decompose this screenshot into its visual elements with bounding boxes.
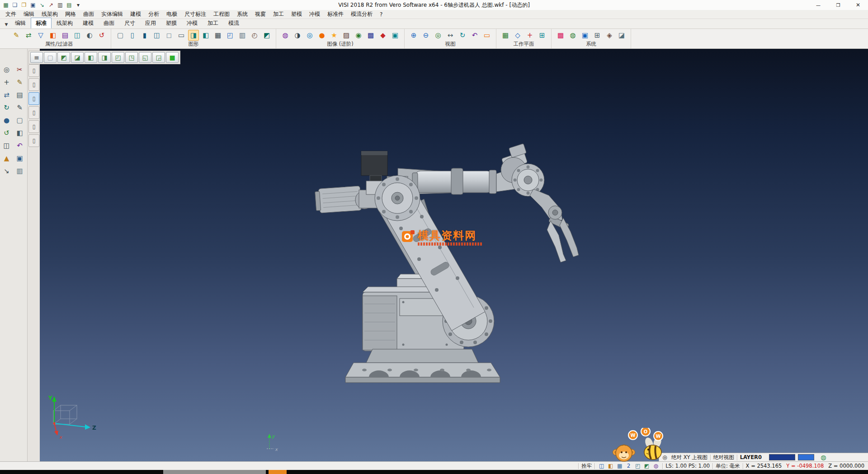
edit-tool-icon[interactable]: ✎	[14, 102, 25, 113]
background-icon[interactable]: ▨	[341, 30, 352, 41]
active-layer-indicator[interactable]: LAYER0	[740, 454, 762, 460]
units-indicator[interactable]: 单位: 毫米	[716, 463, 740, 469]
menu-item[interactable]: 电极	[163, 10, 181, 18]
snap-grid-icon[interactable]: ⊞	[592, 30, 603, 41]
menu-item[interactable]: 网格	[61, 10, 80, 18]
rotate-view-icon[interactable]: ↻	[457, 30, 468, 41]
zoom-out-icon[interactable]: ⊖	[420, 30, 431, 41]
texture-view-icon[interactable]: ▦	[212, 30, 223, 41]
app-logo-icon[interactable]: ▦	[2, 1, 10, 9]
open-file-icon[interactable]: ❐	[20, 1, 28, 9]
globe-icon[interactable]: ◍	[820, 454, 827, 461]
maximize-button[interactable]: ❐	[828, 0, 848, 10]
export-tool-icon[interactable]: ↘	[1, 166, 12, 176]
view-shaded-button[interactable]: ■	[166, 52, 179, 63]
menu-item[interactable]: 工程图	[210, 10, 233, 18]
plot-icon[interactable]: ▤	[65, 1, 73, 9]
menu-item[interactable]: 标准件	[324, 10, 347, 18]
snapshot-icon[interactable]: ▣	[390, 30, 401, 41]
curvature-icon[interactable]: ◉	[353, 30, 364, 41]
close-button[interactable]: ✕	[848, 0, 868, 10]
wireframe-cylinder-icon[interactable]: ▯	[127, 30, 138, 41]
quick-access-dropdown-icon[interactable]: ▾	[74, 1, 82, 9]
move-tool-icon[interactable]: ⇄	[1, 90, 12, 100]
scale-indicator[interactable]: LS: 1.00 PS: 1.00	[665, 463, 710, 469]
hidden-line-icon[interactable]: ◫	[151, 30, 162, 41]
menu-item[interactable]: 文件	[2, 10, 20, 18]
transparent-view-icon[interactable]: ▥	[237, 30, 248, 41]
menu-item[interactable]: 实体编辑	[98, 10, 127, 18]
shaded-cylinder-icon[interactable]: ▮	[139, 30, 150, 41]
layer-color-swatch-primary[interactable]	[769, 454, 795, 460]
view-search-icon[interactable]: ◎	[661, 454, 669, 461]
viewport-3d[interactable]	[40, 49, 868, 461]
blank-view-icon[interactable]: ▢	[115, 30, 126, 41]
sphere-tool-icon[interactable]: ●	[1, 115, 12, 126]
menu-item[interactable]: 曲面	[80, 10, 98, 18]
view-blank-button[interactable]: ▢	[44, 52, 57, 63]
reset-filter-icon[interactable]: ↺	[96, 30, 107, 41]
taskbar-app-segment[interactable]	[163, 470, 266, 474]
delete-tool-icon[interactable]: ✂	[14, 64, 25, 75]
color-palette-icon[interactable]: ▩	[555, 30, 566, 41]
calculator-icon[interactable]: ◈	[604, 30, 615, 41]
menu-item[interactable]: 尺寸标注	[181, 10, 210, 18]
draft-analysis-icon[interactable]: ◆	[377, 30, 388, 41]
ghost-view-icon[interactable]: ◻	[164, 30, 175, 41]
print-tool-icon[interactable]: ▥	[14, 166, 25, 176]
tab-overflow-dropdown-icon[interactable]: ▼	[3, 22, 10, 28]
flag-tool-icon[interactable]: ▲	[1, 153, 12, 164]
save-icon[interactable]: ▣	[29, 1, 37, 9]
zoom-fit-icon[interactable]: ◎	[433, 30, 443, 41]
render-mode-icon[interactable]: ◍	[652, 463, 660, 469]
view-back-button[interactable]: ◱	[139, 52, 151, 63]
clip-toggle-6[interactable]: ▯	[28, 134, 39, 147]
zebra-icon[interactable]: ▩	[365, 30, 376, 41]
system-globe-icon[interactable]: ◍	[567, 30, 578, 41]
menu-item[interactable]: 模流分析	[347, 10, 376, 18]
import-icon[interactable]: ↘	[38, 1, 46, 9]
menu-item[interactable]: 线架构	[38, 10, 61, 18]
ribbon-tab[interactable]: 冲模	[182, 18, 203, 28]
page-setup-icon[interactable]: ◪	[616, 30, 627, 41]
view-top-button[interactable]: ◧	[85, 52, 97, 63]
solid-mode-icon[interactable]: ◩	[643, 463, 651, 469]
taskbar-highlight-segment[interactable]	[269, 470, 287, 474]
color-filter-icon[interactable]: ◧	[47, 30, 58, 41]
view-left-button[interactable]: ◳	[125, 52, 138, 63]
light-icon[interactable]: ★	[329, 30, 340, 41]
ribbon-tab[interactable]: 加工	[203, 18, 223, 28]
view-iso-sw-button[interactable]: ◪	[71, 52, 84, 63]
layer-count-badge[interactable]: 2	[625, 463, 632, 469]
view-list-button[interactable]: ≡	[30, 52, 43, 63]
outline-view-icon[interactable]: ▭	[176, 30, 187, 41]
render-quality-icon[interactable]: ◍	[280, 30, 291, 41]
lock-display-icon[interactable]: ◫	[598, 463, 605, 469]
element-filter-icon[interactable]: ◫	[72, 30, 83, 41]
menu-item[interactable]: 分析	[145, 10, 163, 18]
ribbon-tab[interactable]: 曲面	[99, 18, 119, 28]
clip-toggle-4[interactable]: ▯	[28, 106, 39, 119]
view-right-button[interactable]: ◰	[112, 52, 124, 63]
rotate-tool-icon[interactable]: ↻	[1, 102, 12, 113]
clip-toggle-5[interactable]: ▯	[28, 120, 39, 133]
ribbon-tab[interactable]: 模流	[223, 18, 244, 28]
clip-toggle-1[interactable]: ▯	[28, 64, 39, 77]
visibility-filter-icon[interactable]: ◐	[84, 30, 95, 41]
ribbon-tab[interactable]: 建模	[78, 18, 99, 28]
window-zoom-icon[interactable]: ▭	[481, 30, 492, 41]
shadow-icon[interactable]: ◑	[292, 30, 303, 41]
view-iso-se-button[interactable]: ◩	[57, 52, 70, 63]
analysis-view-icon[interactable]: ◴	[249, 30, 260, 41]
compare-view-icon[interactable]: ◩	[261, 30, 272, 41]
ribbon-tab[interactable]: 标准	[31, 18, 52, 28]
pan-icon[interactable]: ↔	[445, 30, 456, 41]
menu-item[interactable]: 视窗	[251, 10, 269, 18]
print-icon[interactable]: ▥	[56, 1, 64, 9]
filter-icon[interactable]: ▽	[35, 30, 46, 41]
workplane-align-icon[interactable]: ◇	[512, 30, 523, 41]
zoom-tool-icon[interactable]: ◎	[1, 64, 12, 75]
layer-filter-icon[interactable]: ▤	[60, 30, 71, 41]
zoom-in-icon[interactable]: ⊕	[408, 30, 419, 41]
clip-toggle-2[interactable]: ▯	[28, 78, 39, 91]
